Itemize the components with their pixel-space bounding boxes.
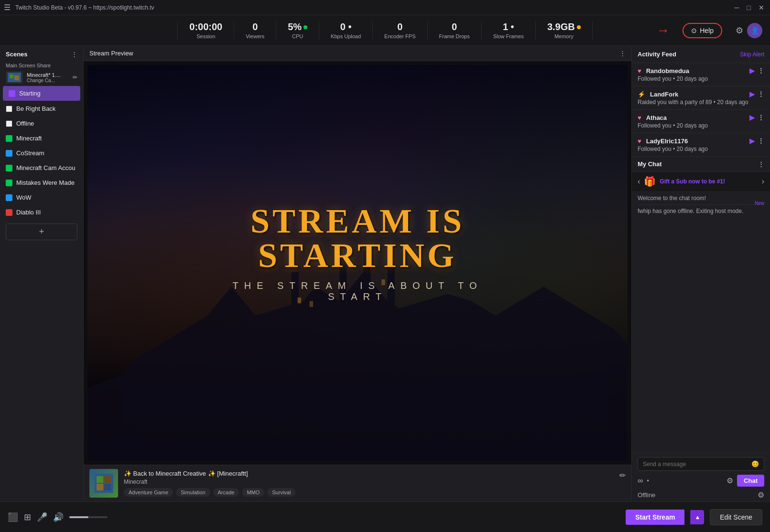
heart-icon-ladyelric: ♥ <box>638 138 641 145</box>
sidebar: Scenes ⋮ Main Screen Share Minecraft* 1.… <box>0 46 84 501</box>
maximize-button[interactable]: □ <box>745 4 753 11</box>
scene-item-wow[interactable]: WoW <box>0 190 83 205</box>
game-thumbnail <box>89 469 118 498</box>
stat-memory: 3.9GB Memory <box>536 21 593 39</box>
scene-item-costream[interactable]: CoStream <box>0 146 83 160</box>
scene-item-be-right-back[interactable]: Be Right Back <box>0 101 83 116</box>
slowframes-label: Slow Frames <box>493 33 524 39</box>
scene-item-diablo[interactable]: Diablo III <box>0 205 83 220</box>
edit-scene-button[interactable]: Edit Scene <box>710 509 762 525</box>
activity-feed-header: Activity Feed Skip Alert <box>632 46 770 63</box>
display-icon[interactable]: ⬛ <box>8 512 18 522</box>
right-panel: Activity Feed Skip Alert ♥ Randobmedua ▶… <box>631 46 770 501</box>
sidebar-header: Scenes ⋮ <box>0 46 83 61</box>
scene-item-minecraft[interactable]: Minecraft <box>0 131 83 146</box>
activity-username-ladyelric: LadyElric1176 <box>646 138 688 145</box>
activity-action-athaca: Followed you • 20 days ago <box>638 122 764 129</box>
chat-send-button[interactable]: Chat <box>737 475 764 487</box>
activity-more-randobmedua[interactable]: ⋮ <box>758 67 764 74</box>
scene-name-starting: Starting <box>19 90 41 97</box>
activity-username-athaca: Athaca <box>646 114 667 121</box>
source-item[interactable]: Minecraft* 1.... Change Ca... ✏ <box>0 69 83 85</box>
stream-info-edit-icon[interactable]: ✏ <box>619 471 626 480</box>
source-section-label: Main Screen Share <box>0 61 83 69</box>
activity-play-ladyelric[interactable]: ▶ <box>749 137 755 145</box>
bottombar: ⬛ ⊞ 🎤 🔊 Start Stream ▲ Edit Scene <box>0 501 770 532</box>
activity-item-ladyelric: ♥ LadyElric1176 ▶ ⋮ Followed you • 20 da… <box>632 133 770 157</box>
scene-item-offline[interactable]: Offline <box>0 116 83 131</box>
chat-messages: Welcome to the chat room! New fwhip has … <box>632 191 770 453</box>
minimize-button[interactable]: ─ <box>733 4 741 11</box>
help-button[interactable]: ⊙ Help <box>683 23 722 38</box>
svg-rect-14 <box>97 484 103 490</box>
chat-toolbar: ∞ • ⚙ Chat <box>638 475 764 487</box>
source-sub: Change Ca... <box>27 78 69 83</box>
settings-icon[interactable]: ⚙ <box>736 25 743 36</box>
framedrops-label: Frame Drops <box>439 33 470 39</box>
chat-more-icon[interactable]: ⋮ <box>758 160 764 168</box>
activity-play-landfork[interactable]: ▶ <box>749 90 755 98</box>
close-button[interactable]: ✕ <box>757 4 766 11</box>
svg-rect-1 <box>10 74 13 78</box>
center-panel: Stream Preview ⋮ STREAM IS STARTIN <box>84 46 631 501</box>
scene-item-mistakes[interactable]: Mistakes Were Made <box>0 175 83 190</box>
emoji-icon[interactable]: 😊 <box>751 460 759 468</box>
arrow-icon: → <box>656 23 670 38</box>
layout-icon[interactable]: ⊞ <box>24 512 31 522</box>
help-label: Help <box>700 27 714 34</box>
activity-action-landfork: Raided you with a party of 89 • 20 days … <box>638 99 764 106</box>
memory-label: Memory <box>554 33 574 39</box>
offline-status: Offline <box>638 491 655 499</box>
activity-play-athaca[interactable]: ▶ <box>749 114 755 121</box>
source-info: Minecraft* 1.... Change Ca... <box>27 72 69 83</box>
framedrops-value: 0 <box>452 21 457 32</box>
scene-color-diablo <box>6 209 12 216</box>
activity-more-athaca[interactable]: ⋮ <box>758 114 764 121</box>
source-edit-icon[interactable]: ✏ <box>73 74 77 81</box>
chat-label: My Chat <box>638 160 662 168</box>
scene-name-mistakes: Mistakes Were Made <box>16 179 75 186</box>
skip-alert-button[interactable]: Skip Alert <box>740 51 764 58</box>
volume-icon[interactable]: 🔊 <box>53 512 64 522</box>
menu-icon[interactable]: ☰ <box>4 3 11 12</box>
scene-color-wow <box>6 194 12 201</box>
chat-input[interactable] <box>643 461 751 468</box>
activity-more-landfork[interactable]: ⋮ <box>758 90 764 98</box>
stream-game: Minecraft <box>124 479 614 485</box>
scenes-more-icon[interactable]: ⋮ <box>71 51 77 58</box>
stream-options-chevron[interactable]: ▲ <box>690 510 704 524</box>
volume-fill <box>69 516 88 518</box>
offline-settings-icon[interactable]: ⚙ <box>758 490 764 500</box>
app-title: Twitch Studio Beta - v0.97.6 ~ https://s… <box>15 4 733 11</box>
chat-new-badge: New <box>755 201 764 206</box>
scene-color-costream <box>6 150 12 157</box>
gift-sub-next-icon[interactable]: › <box>762 177 764 186</box>
activity-play-randobmedua[interactable]: ▶ <box>749 67 755 74</box>
session-value: 0:00:00 <box>189 21 222 32</box>
svg-rect-13 <box>104 476 111 483</box>
gift-sub-bar: ‹ 🎁 Gift a Sub now to be #1! › <box>632 172 770 191</box>
mic-icon[interactable]: 🎤 <box>37 512 47 522</box>
activity-more-ladyelric[interactable]: ⋮ <box>758 137 764 145</box>
chat-input-wrapper: 😊 <box>638 457 764 471</box>
chat-welcome-message: Welcome to the chat room! <box>638 195 764 202</box>
chat-settings-icon[interactable]: ⚙ <box>727 476 733 485</box>
activity-user-ladyelric: ♥ LadyElric1176 ▶ ⋮ <box>638 137 764 145</box>
stream-main-text: STREAM IS STARTING <box>223 204 493 273</box>
scene-name-minecraft-cam: Minecraft Cam Accou <box>16 164 76 171</box>
volume-slider[interactable] <box>69 516 108 518</box>
tag-survival: Survival <box>267 488 295 497</box>
add-scene-button[interactable]: + <box>6 223 77 240</box>
scene-name-wow: WoW <box>16 194 32 201</box>
avatar[interactable]: 👤 <box>747 23 762 38</box>
preview-more-icon[interactable]: ⋮ <box>619 50 626 57</box>
help-arrow: → <box>656 23 670 38</box>
activity-username-randobmedua: Randobmedua <box>646 67 689 74</box>
scene-item-starting[interactable]: Starting <box>3 86 80 101</box>
source-name: Minecraft* 1.... <box>27 72 69 78</box>
scene-item-minecraft-cam[interactable]: Minecraft Cam Accou <box>0 160 83 175</box>
activity-item-randobmedua: ♥ Randobmedua ▶ ⋮ Followed you • 20 days… <box>632 63 770 86</box>
start-stream-button[interactable]: Start Stream <box>626 510 684 525</box>
scene-name-costream: CoStream <box>16 149 44 157</box>
infinity-icon[interactable]: ∞ <box>638 477 643 485</box>
